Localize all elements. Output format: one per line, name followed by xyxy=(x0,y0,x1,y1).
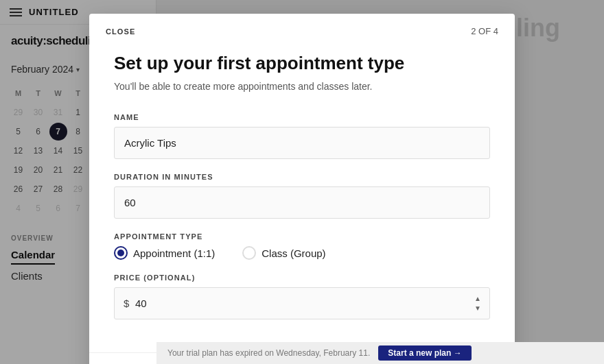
duration-field-group: DURATION IN MINUTES xyxy=(114,173,490,219)
modal-body: Set up your first appointment type You'l… xyxy=(89,46,515,350)
price-decrement-button[interactable]: ▼ xyxy=(472,304,483,313)
close-button[interactable]: CLOSE xyxy=(106,27,135,36)
price-symbol: $ xyxy=(124,298,129,309)
appointment-type-radio-group: Appointment (1:1) Class (Group) xyxy=(114,246,490,260)
duration-label: DURATION IN MINUTES xyxy=(114,173,490,181)
name-label: NAME xyxy=(114,113,490,121)
appointment-1-1-radio[interactable] xyxy=(114,246,128,260)
bottom-bar-text: Your trial plan has expired on Wednesday… xyxy=(167,348,370,358)
bottom-bar: Your trial plan has expired on Wednesday… xyxy=(156,342,604,364)
appointment-type-label: APPOINTMENT TYPE xyxy=(114,232,490,241)
appointment-1-1-option[interactable]: Appointment (1:1) xyxy=(114,246,215,260)
modal-overlay: CLOSE 2 OF 4 Set up your first appointme… xyxy=(0,0,604,364)
modal-title: Set up your first appointment type xyxy=(114,53,490,74)
class-group-radio[interactable] xyxy=(242,246,256,260)
modal-subtitle: You'll be able to create more appointmen… xyxy=(114,80,490,94)
appointment-type-group: APPOINTMENT TYPE Appointment (1:1) Class… xyxy=(114,232,490,260)
price-field-group: PRICE (OPTIONAL) $ ▲ ▼ xyxy=(114,274,490,319)
name-input[interactable] xyxy=(114,127,490,159)
price-label: PRICE (OPTIONAL) xyxy=(114,274,490,282)
step-indicator: 2 OF 4 xyxy=(471,26,498,36)
price-increment-button[interactable]: ▲ xyxy=(472,295,483,303)
duration-input[interactable] xyxy=(114,186,490,219)
name-field-group: NAME xyxy=(114,113,490,159)
modal-dialog: CLOSE 2 OF 4 Set up your first appointme… xyxy=(89,14,515,364)
price-input[interactable] xyxy=(114,287,490,319)
start-plan-button[interactable]: Start a new plan → xyxy=(378,345,471,361)
class-group-option[interactable]: Class (Group) xyxy=(242,246,325,260)
modal-top-bar: CLOSE 2 OF 4 xyxy=(89,14,515,46)
price-input-wrapper: $ ▲ ▼ xyxy=(114,287,490,319)
price-stepper: ▲ ▼ xyxy=(472,295,483,313)
class-group-label: Class (Group) xyxy=(262,247,325,259)
appointment-1-1-label: Appointment (1:1) xyxy=(133,247,215,259)
